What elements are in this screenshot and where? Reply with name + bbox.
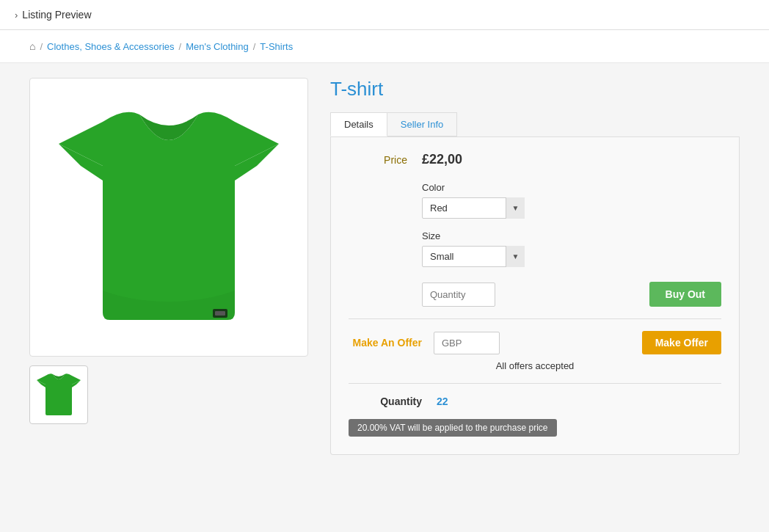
breadcrumb-clothes[interactable]: Clothes, Shoes & Accessories [47,41,174,52]
make-offer-button[interactable]: Make Offer [642,331,721,354]
main-content: T-shirt Details Seller Info Price £22,00… [0,63,769,470]
product-details: T-shirt Details Seller Info Price £22,00… [330,78,740,455]
size-select[interactable]: Small Medium Large XL XXL [422,246,525,267]
breadcrumb-tshirts: T-Shirts [260,41,293,52]
details-panel: Price £22,00 Color Red Green Blue White … [330,137,740,455]
quantity-info-value: 22 [437,396,448,407]
buy-row: Buy Out [422,282,721,307]
offer-label: Make An Offer [349,337,422,349]
chevron-icon: › [15,10,18,21]
color-select-wrapper: Red Green Blue White Black ▼ [422,197,525,219]
quantity-info-row: Quantity 22 [349,396,721,407]
vat-notice: 20.00% VAT will be applied to the purcha… [349,407,721,437]
breadcrumb: ⌂ / Clothes, Shoes & Accessories / Men's… [0,30,769,63]
product-title: T-shirt [330,78,740,101]
offer-input[interactable] [434,332,500,354]
vat-notice-text: 20.00% VAT will be applied to the purcha… [349,419,557,437]
tabs-container: Details Seller Info [330,112,740,137]
listing-preview-title: Listing Preview [22,9,91,21]
color-section: Color Red Green Blue White Black ▼ [422,182,721,219]
buy-out-button[interactable]: Buy Out [649,282,721,307]
main-image [29,78,308,357]
tab-seller-info[interactable]: Seller Info [387,112,458,136]
quantity-info-label: Quantity [349,396,422,407]
breadcrumb-separator-1: / [40,41,43,52]
color-label: Color [422,182,721,193]
size-select-wrapper: Small Medium Large XL XXL ▼ [422,246,525,267]
price-label: Price [349,154,407,166]
price-row: Price £22,00 [349,152,721,167]
breadcrumb-mens-clothing[interactable]: Men's Clothing [186,41,249,52]
size-label: Size [422,230,721,241]
svg-rect-1 [215,311,225,316]
breadcrumb-separator-3: / [253,41,256,52]
color-select[interactable]: Red Green Blue White Black [422,197,525,219]
offer-row: Make An Offer Make Offer [349,331,721,354]
breadcrumb-separator-2: / [179,41,182,52]
quantity-input[interactable] [422,283,495,307]
home-icon[interactable]: ⌂ [29,40,35,52]
divider-2 [349,383,721,384]
tshirt-thumb-svg [37,371,81,418]
divider-1 [349,318,721,319]
price-value: £22,00 [422,152,462,167]
thumbnail-image[interactable] [29,365,88,424]
listing-preview-bar: › Listing Preview [0,0,769,30]
size-section: Size Small Medium Large XL XXL ▼ [422,230,721,267]
tshirt-main-svg [59,100,279,335]
product-images [29,78,308,424]
all-offers-accepted: All offers accepted [349,360,721,371]
tab-details[interactable]: Details [330,112,387,136]
